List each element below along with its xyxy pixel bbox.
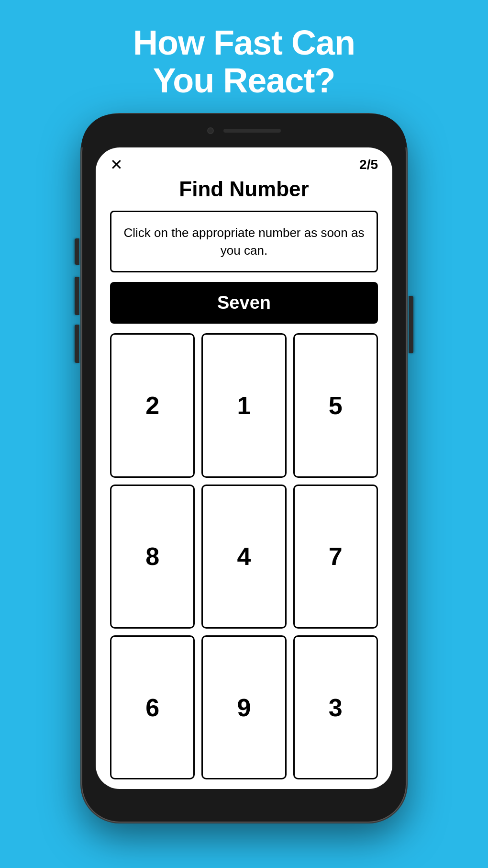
number-button-2[interactable]: 2 xyxy=(110,333,195,477)
app-container: ✕ 2/5 Find Number Click on the appropria… xyxy=(96,147,392,789)
number-button-9[interactable]: 9 xyxy=(201,635,286,779)
number-label-6: 6 xyxy=(145,693,159,722)
number-button-6[interactable]: 6 xyxy=(110,635,195,779)
number-button-1[interactable]: 1 xyxy=(201,333,286,477)
instruction-text: Click on the appropriate number as soon … xyxy=(121,224,367,259)
number-button-5[interactable]: 5 xyxy=(293,333,378,477)
number-label-8: 8 xyxy=(145,542,159,571)
page-title: How Fast Can You React? xyxy=(133,24,355,100)
phone-button-volume-down xyxy=(75,325,79,363)
phone-button-power xyxy=(409,296,413,353)
phone-screen: ✕ 2/5 Find Number Click on the appropria… xyxy=(96,147,392,789)
number-label-1: 1 xyxy=(237,391,251,420)
number-button-4[interactable]: 4 xyxy=(201,485,286,629)
number-label-5: 5 xyxy=(329,391,343,420)
phone-speaker xyxy=(223,129,281,133)
phone-mockup: ✕ 2/5 Find Number Click on the appropria… xyxy=(81,114,407,823)
number-button-8[interactable]: 8 xyxy=(110,485,195,629)
phone-camera xyxy=(207,127,214,134)
close-button[interactable]: ✕ xyxy=(110,157,123,172)
phone-button-mute xyxy=(75,238,79,265)
app-header: ✕ 2/5 xyxy=(110,157,378,172)
target-number-box: Seven xyxy=(110,282,378,324)
number-button-3[interactable]: 3 xyxy=(293,635,378,779)
number-label-2: 2 xyxy=(145,391,159,420)
number-label-3: 3 xyxy=(329,693,343,722)
numbers-grid: 215847693 xyxy=(110,333,378,779)
game-title: Find Number xyxy=(110,177,378,201)
target-number-text: Seven xyxy=(120,293,368,313)
phone-body: ✕ 2/5 Find Number Click on the appropria… xyxy=(81,114,407,823)
number-label-7: 7 xyxy=(329,542,343,571)
number-label-4: 4 xyxy=(237,542,251,571)
number-label-9: 9 xyxy=(237,693,251,722)
phone-notch xyxy=(81,114,407,147)
progress-indicator: 2/5 xyxy=(359,157,378,172)
phone-button-volume-up xyxy=(75,277,79,315)
number-button-7[interactable]: 7 xyxy=(293,485,378,629)
instruction-box: Click on the appropriate number as soon … xyxy=(110,211,378,272)
